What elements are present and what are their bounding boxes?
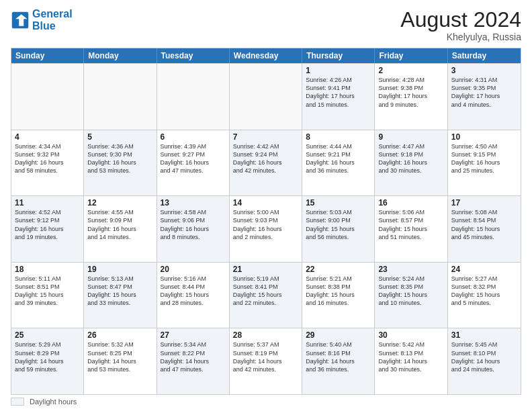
day-number: 21 [233,265,298,274]
calendar: SundayMondayTuesdayWednesdayThursdayFrid… [11,48,521,395]
header-day-wednesday: Wednesday [230,48,302,63]
day-info: Sunrise: 5:32 AM Sunset: 8:25 PM Dayligh… [87,340,152,373]
cal-cell-16: 16Sunrise: 5:06 AM Sunset: 8:57 PM Dayli… [375,196,447,262]
calendar-header: SundayMondayTuesdayWednesdayThursdayFrid… [11,48,521,63]
day-info: Sunrise: 5:00 AM Sunset: 9:03 PM Dayligh… [233,208,298,241]
day-number: 11 [15,198,80,208]
day-number: 4 [15,132,80,142]
day-info: Sunrise: 4:52 AM Sunset: 9:12 PM Dayligh… [15,208,80,241]
day-info: Sunrise: 5:45 AM Sunset: 8:10 PM Dayligh… [451,340,517,373]
day-info: Sunrise: 5:11 AM Sunset: 8:51 PM Dayligh… [15,275,80,308]
cal-cell-6: 6Sunrise: 4:39 AM Sunset: 9:27 PM Daylig… [157,130,230,196]
day-number: 24 [451,265,517,274]
page: General Blue August 2024 Khelyulya, Russ… [0,0,532,411]
cal-cell-8: 8Sunrise: 4:44 AM Sunset: 9:21 PM Daylig… [302,130,375,196]
cal-cell-empty-2 [157,64,230,130]
day-info: Sunrise: 5:24 AM Sunset: 8:35 PM Dayligh… [378,275,443,308]
day-number: 31 [451,330,517,340]
cal-row-3: 18Sunrise: 5:11 AM Sunset: 8:51 PM Dayli… [11,262,521,328]
cal-cell-21: 21Sunrise: 5:19 AM Sunset: 8:41 PM Dayli… [230,263,302,328]
day-info: Sunrise: 5:19 AM Sunset: 8:41 PM Dayligh… [233,275,298,308]
header-day-friday: Friday [375,48,447,63]
cal-row-2: 11Sunrise: 4:52 AM Sunset: 9:12 PM Dayli… [11,195,521,262]
day-info: Sunrise: 5:03 AM Sunset: 9:00 PM Dayligh… [306,208,371,241]
day-number: 8 [306,132,371,142]
cal-cell-1: 1Sunrise: 4:26 AM Sunset: 9:41 PM Daylig… [302,64,375,130]
day-number: 14 [233,198,298,208]
day-number: 5 [87,132,152,142]
title-block: August 2024 Khelyulya, Russia [400,8,521,42]
logo: General Blue [11,8,73,32]
day-info: Sunrise: 4:28 AM Sunset: 9:38 PM Dayligh… [378,76,443,109]
day-info: Sunrise: 4:44 AM Sunset: 9:21 PM Dayligh… [306,142,371,175]
header-day-sunday: Sunday [11,48,84,63]
month-year: August 2024 [400,8,521,32]
cal-cell-empty-1 [84,64,157,130]
footer: Daylight hours [11,398,521,406]
cal-cell-28: 28Sunrise: 5:37 AM Sunset: 8:19 PM Dayli… [230,328,302,394]
day-info: Sunrise: 4:55 AM Sunset: 9:09 PM Dayligh… [87,208,152,241]
cal-cell-18: 18Sunrise: 5:11 AM Sunset: 8:51 PM Dayli… [11,263,84,328]
cal-cell-9: 9Sunrise: 4:47 AM Sunset: 9:18 PM Daylig… [375,130,447,196]
day-number: 22 [306,265,371,274]
day-number: 13 [161,198,226,208]
day-info: Sunrise: 4:50 AM Sunset: 9:15 PM Dayligh… [451,142,517,175]
cal-cell-29: 29Sunrise: 5:40 AM Sunset: 8:16 PM Dayli… [302,328,375,394]
day-number: 17 [451,198,517,208]
day-info: Sunrise: 5:42 AM Sunset: 8:13 PM Dayligh… [378,340,443,373]
day-info: Sunrise: 4:26 AM Sunset: 9:41 PM Dayligh… [306,76,371,109]
day-number: 19 [87,265,152,274]
day-number: 28 [233,330,298,340]
header-day-saturday: Saturday [448,48,521,63]
day-info: Sunrise: 5:16 AM Sunset: 8:44 PM Dayligh… [161,275,226,308]
day-number: 7 [233,132,298,142]
day-number: 26 [87,330,152,340]
day-number: 18 [15,265,80,274]
cal-cell-13: 13Sunrise: 4:58 AM Sunset: 9:06 PM Dayli… [157,196,230,262]
day-number: 29 [306,330,371,340]
day-info: Sunrise: 5:13 AM Sunset: 8:47 PM Dayligh… [87,275,152,308]
day-number: 15 [306,198,371,208]
footer-label: Daylight hours [30,398,77,406]
cal-cell-23: 23Sunrise: 5:24 AM Sunset: 8:35 PM Dayli… [375,263,447,328]
day-info: Sunrise: 5:29 AM Sunset: 8:29 PM Dayligh… [15,340,80,373]
day-info: Sunrise: 5:27 AM Sunset: 8:32 PM Dayligh… [451,275,517,308]
day-number: 23 [378,265,443,274]
cal-cell-17: 17Sunrise: 5:08 AM Sunset: 8:54 PM Dayli… [448,196,521,262]
cal-cell-31: 31Sunrise: 5:45 AM Sunset: 8:10 PM Dayli… [448,328,521,394]
cal-cell-25: 25Sunrise: 5:29 AM Sunset: 8:29 PM Dayli… [11,328,84,394]
cal-cell-12: 12Sunrise: 4:55 AM Sunset: 9:09 PM Dayli… [84,196,157,262]
day-info: Sunrise: 4:42 AM Sunset: 9:24 PM Dayligh… [233,142,298,175]
cal-row-0: 1Sunrise: 4:26 AM Sunset: 9:41 PM Daylig… [11,63,521,130]
logo-icon [11,11,30,30]
cal-cell-5: 5Sunrise: 4:36 AM Sunset: 9:30 PM Daylig… [84,130,157,196]
header-day-thursday: Thursday [302,48,375,63]
day-number: 20 [161,265,226,274]
day-info: Sunrise: 4:39 AM Sunset: 9:27 PM Dayligh… [161,142,226,175]
day-number: 2 [378,66,443,75]
cal-cell-2: 2Sunrise: 4:28 AM Sunset: 9:38 PM Daylig… [375,64,447,130]
cal-cell-4: 4Sunrise: 4:34 AM Sunset: 9:32 PM Daylig… [11,130,84,196]
location: Khelyulya, Russia [400,32,521,42]
cal-cell-11: 11Sunrise: 4:52 AM Sunset: 9:12 PM Dayli… [11,196,84,262]
day-info: Sunrise: 5:37 AM Sunset: 8:19 PM Dayligh… [233,340,298,373]
day-info: Sunrise: 4:34 AM Sunset: 9:32 PM Dayligh… [15,142,80,175]
day-info: Sunrise: 4:47 AM Sunset: 9:18 PM Dayligh… [378,142,443,175]
calendar-body: 1Sunrise: 4:26 AM Sunset: 9:41 PM Daylig… [11,63,521,394]
day-info: Sunrise: 5:06 AM Sunset: 8:57 PM Dayligh… [378,208,443,241]
logo-line1: General [32,8,73,19]
day-info: Sunrise: 5:40 AM Sunset: 8:16 PM Dayligh… [306,340,371,373]
day-number: 6 [161,132,226,142]
day-info: Sunrise: 5:08 AM Sunset: 8:54 PM Dayligh… [451,208,517,241]
header: General Blue August 2024 Khelyulya, Russ… [11,8,521,42]
day-info: Sunrise: 4:36 AM Sunset: 9:30 PM Dayligh… [87,142,152,175]
day-number: 30 [378,330,443,340]
day-number: 27 [161,330,226,340]
day-number: 16 [378,198,443,208]
cal-cell-empty-3 [230,64,302,130]
day-number: 12 [87,198,152,208]
day-number: 10 [451,132,517,142]
cal-cell-26: 26Sunrise: 5:32 AM Sunset: 8:25 PM Dayli… [84,328,157,394]
cal-cell-19: 19Sunrise: 5:13 AM Sunset: 8:47 PM Dayli… [84,263,157,328]
header-day-tuesday: Tuesday [157,48,230,63]
